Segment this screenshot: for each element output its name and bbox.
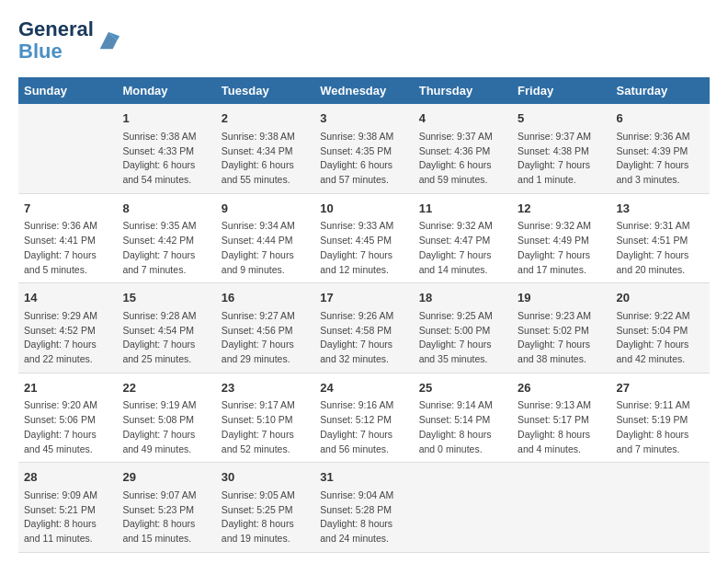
day-number: 23 [222,379,309,397]
cell-info: Sunrise: 9:14 AMSunset: 5:14 PMDaylight:… [419,398,506,456]
calendar-week-row: 14Sunrise: 9:29 AMSunset: 4:52 PMDayligh… [18,283,710,373]
calendar-cell: 1Sunrise: 9:38 AMSunset: 4:33 PMDaylight… [117,104,215,193]
column-header-thursday: Thursday [414,77,512,104]
day-number: 17 [320,289,407,307]
calendar-week-row: 28Sunrise: 9:09 AMSunset: 5:21 PMDayligh… [18,463,710,553]
cell-info: Sunrise: 9:33 AMSunset: 4:45 PMDaylight:… [320,219,407,277]
cell-info: Sunrise: 9:37 AMSunset: 4:36 PMDaylight:… [419,130,506,188]
calendar-cell: 4Sunrise: 9:37 AMSunset: 4:36 PMDaylight… [414,104,512,193]
day-number: 25 [419,379,506,397]
cell-info: Sunrise: 9:34 AMSunset: 4:44 PMDaylight:… [222,219,309,277]
cell-info: Sunrise: 9:32 AMSunset: 4:47 PMDaylight:… [419,219,506,277]
day-number: 22 [122,379,210,397]
cell-info: Sunrise: 9:27 AMSunset: 4:56 PMDaylight:… [222,309,309,367]
logo-icon [96,28,121,53]
cell-info: Sunrise: 9:37 AMSunset: 4:38 PMDaylight:… [518,130,605,188]
calendar-cell [512,463,610,553]
column-header-monday: Monday [117,77,215,104]
calendar-cell: 16Sunrise: 9:27 AMSunset: 4:56 PMDayligh… [216,283,314,373]
day-number: 16 [222,289,309,307]
cell-info: Sunrise: 9:22 AMSunset: 5:04 PMDaylight:… [617,309,704,367]
cell-info: Sunrise: 9:16 AMSunset: 5:12 PMDaylight:… [320,398,407,456]
cell-info: Sunrise: 9:38 AMSunset: 4:34 PMDaylight:… [222,130,309,188]
calendar-cell [18,104,117,193]
calendar-cell: 15Sunrise: 9:28 AMSunset: 4:54 PMDayligh… [117,283,215,373]
calendar-week-row: 1Sunrise: 9:38 AMSunset: 4:33 PMDaylight… [18,104,710,193]
column-header-wednesday: Wednesday [314,77,413,104]
calendar-cell: 26Sunrise: 9:13 AMSunset: 5:17 PMDayligh… [512,373,610,463]
cell-info: Sunrise: 9:38 AMSunset: 4:33 PMDaylight:… [122,130,210,188]
calendar-cell: 8Sunrise: 9:35 AMSunset: 4:42 PMDaylight… [117,193,215,283]
calendar-cell: 2Sunrise: 9:38 AMSunset: 4:34 PMDaylight… [216,104,314,193]
calendar-cell: 31Sunrise: 9:04 AMSunset: 5:28 PMDayligh… [314,463,413,553]
calendar-cell: 14Sunrise: 9:29 AMSunset: 4:52 PMDayligh… [18,283,117,373]
day-number: 1 [122,109,210,128]
day-number: 11 [419,200,506,218]
cell-info: Sunrise: 9:19 AMSunset: 5:08 PMDaylight:… [122,398,210,456]
calendar-cell: 13Sunrise: 9:31 AMSunset: 4:51 PMDayligh… [611,193,710,283]
calendar-week-row: 7Sunrise: 9:36 AMSunset: 4:41 PMDaylight… [18,193,710,283]
day-number: 26 [518,379,605,397]
column-header-friday: Friday [512,77,610,104]
calendar-cell: 3Sunrise: 9:38 AMSunset: 4:35 PMDaylight… [314,104,413,193]
calendar-cell: 22Sunrise: 9:19 AMSunset: 5:08 PMDayligh… [117,373,215,463]
calendar-cell: 5Sunrise: 9:37 AMSunset: 4:38 PMDaylight… [512,104,610,193]
column-header-sunday: Sunday [18,77,117,104]
logo-text: GeneralBlue [18,18,94,63]
day-number: 13 [617,200,704,218]
calendar-cell: 21Sunrise: 9:20 AMSunset: 5:06 PMDayligh… [18,373,117,463]
cell-info: Sunrise: 9:25 AMSunset: 5:00 PMDaylight:… [419,309,506,367]
calendar-cell [611,463,710,553]
calendar-table: SundayMondayTuesdayWednesdayThursdayFrid… [18,77,710,553]
cell-info: Sunrise: 9:13 AMSunset: 5:17 PMDaylight:… [518,398,605,456]
cell-info: Sunrise: 9:04 AMSunset: 5:28 PMDaylight:… [320,488,407,546]
calendar-cell: 12Sunrise: 9:32 AMSunset: 4:49 PMDayligh… [512,193,610,283]
cell-info: Sunrise: 9:32 AMSunset: 4:49 PMDaylight:… [518,219,605,277]
cell-info: Sunrise: 9:05 AMSunset: 5:25 PMDaylight:… [222,488,309,546]
day-number: 12 [518,200,605,218]
calendar-cell: 20Sunrise: 9:22 AMSunset: 5:04 PMDayligh… [611,283,710,373]
calendar-cell: 7Sunrise: 9:36 AMSunset: 4:41 PMDaylight… [18,193,117,283]
calendar-cell: 17Sunrise: 9:26 AMSunset: 4:58 PMDayligh… [314,283,413,373]
cell-info: Sunrise: 9:38 AMSunset: 4:35 PMDaylight:… [320,130,407,188]
cell-info: Sunrise: 9:17 AMSunset: 5:10 PMDaylight:… [222,398,309,456]
day-number: 6 [617,109,704,128]
page-header: GeneralBlue [18,18,710,63]
cell-info: Sunrise: 9:36 AMSunset: 4:41 PMDaylight:… [24,219,111,277]
day-number: 9 [222,200,309,218]
cell-info: Sunrise: 9:29 AMSunset: 4:52 PMDaylight:… [24,309,111,367]
cell-info: Sunrise: 9:36 AMSunset: 4:39 PMDaylight:… [617,130,704,188]
day-number: 14 [24,289,111,307]
calendar-cell [414,463,512,553]
day-number: 2 [222,109,309,128]
day-number: 3 [320,109,407,128]
cell-info: Sunrise: 9:31 AMSunset: 4:51 PMDaylight:… [617,219,704,277]
cell-info: Sunrise: 9:11 AMSunset: 5:19 PMDaylight:… [617,398,704,456]
calendar-cell: 10Sunrise: 9:33 AMSunset: 4:45 PMDayligh… [314,193,413,283]
calendar-header-row: SundayMondayTuesdayWednesdayThursdayFrid… [18,77,710,104]
day-number: 15 [122,289,210,307]
calendar-cell: 25Sunrise: 9:14 AMSunset: 5:14 PMDayligh… [414,373,512,463]
cell-info: Sunrise: 9:07 AMSunset: 5:23 PMDaylight:… [122,488,210,546]
column-header-saturday: Saturday [611,77,710,104]
day-number: 29 [122,468,210,487]
calendar-cell: 29Sunrise: 9:07 AMSunset: 5:23 PMDayligh… [117,463,215,553]
day-number: 8 [122,200,210,218]
calendar-cell: 19Sunrise: 9:23 AMSunset: 5:02 PMDayligh… [512,283,610,373]
calendar-cell: 30Sunrise: 9:05 AMSunset: 5:25 PMDayligh… [216,463,314,553]
day-number: 28 [24,468,111,487]
day-number: 24 [320,379,407,397]
calendar-cell: 11Sunrise: 9:32 AMSunset: 4:47 PMDayligh… [414,193,512,283]
day-number: 21 [24,379,111,397]
day-number: 4 [419,109,506,128]
day-number: 18 [419,289,506,307]
day-number: 27 [617,379,704,397]
calendar-cell: 9Sunrise: 9:34 AMSunset: 4:44 PMDaylight… [216,193,314,283]
calendar-week-row: 21Sunrise: 9:20 AMSunset: 5:06 PMDayligh… [18,373,710,463]
calendar-cell: 23Sunrise: 9:17 AMSunset: 5:10 PMDayligh… [216,373,314,463]
cell-info: Sunrise: 9:28 AMSunset: 4:54 PMDaylight:… [122,309,210,367]
calendar-cell: 18Sunrise: 9:25 AMSunset: 5:00 PMDayligh… [414,283,512,373]
column-header-tuesday: Tuesday [216,77,314,104]
day-number: 31 [320,468,407,487]
cell-info: Sunrise: 9:35 AMSunset: 4:42 PMDaylight:… [122,219,210,277]
